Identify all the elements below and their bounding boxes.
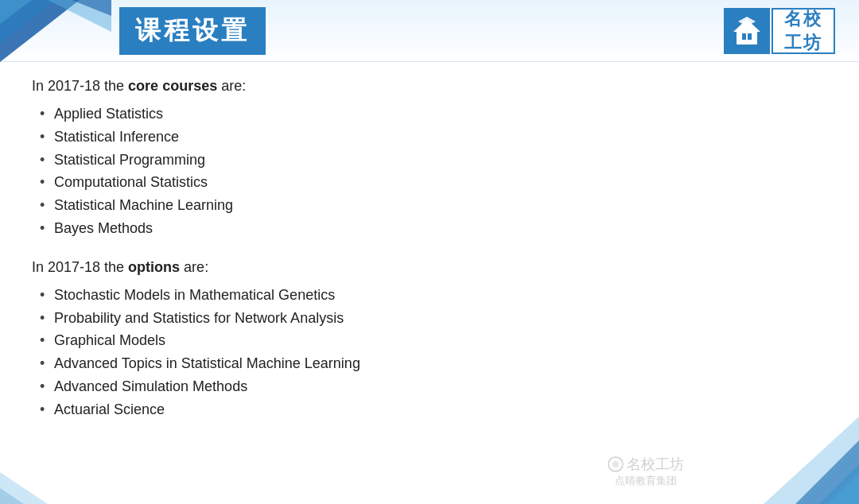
list-item: Advanced Topics in Statistical Machine L… xyxy=(40,352,827,375)
bottom-right-decor xyxy=(700,409,859,504)
header: 课程设置 名校 工坊 xyxy=(0,0,859,62)
core-intro-prefix: In 2017-18 the xyxy=(32,78,128,94)
svg-point-17 xyxy=(612,461,619,467)
svg-rect-11 xyxy=(746,21,748,25)
svg-marker-18 xyxy=(0,472,48,504)
logo-text-top: 名校 xyxy=(784,7,822,31)
watermark-line2: 点睛教育集团 xyxy=(615,474,677,488)
list-item: Statistical Inference xyxy=(40,126,827,149)
logo-text-bottom: 工坊 xyxy=(784,31,822,55)
list-item: Stochastic Models in Mathematical Geneti… xyxy=(40,284,827,307)
logo-icon xyxy=(724,8,770,54)
header-decor-left xyxy=(0,0,111,62)
page-title: 课程设置 xyxy=(135,16,250,45)
logo-area: 名校 工坊 xyxy=(724,8,835,54)
core-intro: In 2017-18 the core courses are: xyxy=(32,78,827,95)
options-intro-bold: options xyxy=(128,259,180,275)
logo-text-box: 名校 工坊 xyxy=(772,8,835,54)
list-item: Graphical Models xyxy=(40,329,827,352)
main-content: In 2017-18 the core courses are: Applied… xyxy=(0,62,859,456)
svg-rect-5 xyxy=(737,30,757,45)
list-item: Computational Statistics xyxy=(40,171,827,194)
svg-marker-19 xyxy=(0,488,24,504)
page-title-box: 课程设置 xyxy=(119,7,266,55)
options-intro-prefix: In 2017-18 the xyxy=(32,259,128,275)
options-courses-list: Stochastic Models in Mathematical Geneti… xyxy=(40,284,827,421)
core-intro-suffix: are: xyxy=(217,78,246,94)
watermark: 名校工坊 点睛教育集团 xyxy=(608,455,684,488)
list-item: Probability and Statistics for Network A… xyxy=(40,307,827,330)
list-item: Advanced Simulation Methods xyxy=(40,375,827,398)
svg-rect-9 xyxy=(742,26,745,29)
list-item: Bayes Methods xyxy=(40,217,827,240)
list-item: Applied Statistics xyxy=(40,103,827,126)
watermark-line1: 名校工坊 xyxy=(608,455,684,474)
options-intro: In 2017-18 the options are: xyxy=(32,259,827,276)
svg-rect-7 xyxy=(742,33,746,40)
options-intro-suffix: are: xyxy=(180,259,208,275)
bottom-left-decor xyxy=(0,456,95,504)
list-item: Statistical Machine Learning xyxy=(40,194,827,217)
svg-rect-8 xyxy=(748,33,752,40)
list-item: Statistical Programming xyxy=(40,149,827,172)
core-intro-bold: core courses xyxy=(128,78,217,94)
core-courses-list: Applied StatisticsStatistical InferenceS… xyxy=(40,103,827,240)
